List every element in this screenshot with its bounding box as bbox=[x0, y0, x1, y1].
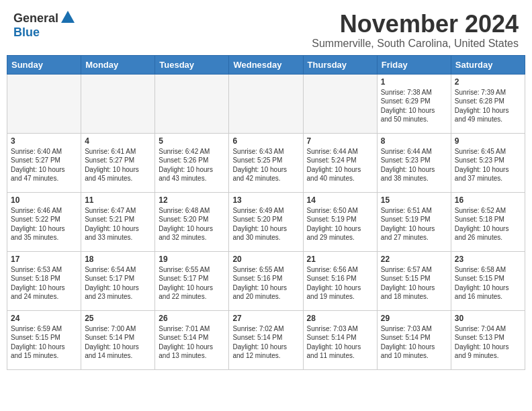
day-number: 23 bbox=[455, 255, 521, 264]
calendar-cell: 26Sunrise: 7:01 AM Sunset: 5:14 PM Dayli… bbox=[155, 310, 229, 369]
day-number: 28 bbox=[307, 314, 373, 323]
day-number: 16 bbox=[455, 195, 521, 205]
day-number: 11 bbox=[85, 195, 151, 205]
calendar-week-row: 1Sunrise: 7:38 AM Sunset: 6:29 PM Daylig… bbox=[7, 74, 525, 133]
calendar-cell: 25Sunrise: 7:00 AM Sunset: 5:14 PM Dayli… bbox=[81, 310, 155, 369]
day-number: 14 bbox=[307, 195, 373, 205]
day-number: 10 bbox=[11, 195, 77, 205]
day-info: Sunrise: 6:50 AM Sunset: 5:19 PM Dayligh… bbox=[307, 206, 373, 242]
day-number: 25 bbox=[85, 314, 151, 323]
day-info: Sunrise: 6:43 AM Sunset: 5:25 PM Dayligh… bbox=[232, 147, 299, 183]
calendar-cell: 6Sunrise: 6:43 AM Sunset: 5:25 PM Daylig… bbox=[229, 133, 303, 192]
calendar-cell: 8Sunrise: 6:44 AM Sunset: 5:23 PM Daylig… bbox=[377, 133, 451, 192]
day-number: 8 bbox=[381, 136, 447, 146]
day-info: Sunrise: 6:59 AM Sunset: 5:15 PM Dayligh… bbox=[11, 324, 77, 361]
calendar-cell: 4Sunrise: 6:41 AM Sunset: 5:27 PM Daylig… bbox=[81, 133, 155, 192]
calendar-cell: 20Sunrise: 6:55 AM Sunset: 5:16 PM Dayli… bbox=[229, 251, 303, 310]
calendar-cell: 28Sunrise: 7:03 AM Sunset: 5:14 PM Dayli… bbox=[303, 310, 377, 369]
calendar-cell bbox=[229, 74, 303, 133]
day-info: Sunrise: 6:54 AM Sunset: 5:17 PM Dayligh… bbox=[85, 265, 151, 302]
day-info: Sunrise: 6:40 AM Sunset: 5:27 PM Dayligh… bbox=[11, 147, 77, 183]
day-info: Sunrise: 6:53 AM Sunset: 5:18 PM Dayligh… bbox=[11, 265, 77, 302]
logo-blue-text: Blue bbox=[13, 26, 40, 40]
day-info: Sunrise: 6:55 AM Sunset: 5:17 PM Dayligh… bbox=[159, 265, 225, 302]
calendar-table: SundayMondayTuesdayWednesdayThursdayFrid… bbox=[7, 55, 525, 370]
day-number: 12 bbox=[159, 195, 225, 205]
day-header-wednesday: Wednesday bbox=[229, 55, 303, 74]
day-number: 2 bbox=[455, 77, 521, 87]
day-info: Sunrise: 7:38 AM Sunset: 6:29 PM Dayligh… bbox=[381, 88, 447, 124]
day-number: 1 bbox=[381, 77, 447, 87]
day-info: Sunrise: 6:57 AM Sunset: 5:15 PM Dayligh… bbox=[381, 265, 447, 302]
day-info: Sunrise: 6:51 AM Sunset: 5:19 PM Dayligh… bbox=[381, 206, 447, 242]
day-info: Sunrise: 6:56 AM Sunset: 5:16 PM Dayligh… bbox=[307, 265, 373, 302]
title-block: November 2024 Summerville, South Carolin… bbox=[312, 11, 519, 50]
day-header-thursday: Thursday bbox=[303, 55, 377, 74]
day-number: 29 bbox=[381, 314, 447, 323]
day-header-saturday: Saturday bbox=[451, 55, 525, 74]
day-number: 20 bbox=[232, 255, 299, 264]
day-number: 24 bbox=[11, 314, 77, 323]
calendar-cell: 21Sunrise: 6:56 AM Sunset: 5:16 PM Dayli… bbox=[303, 251, 377, 310]
calendar-cell: 3Sunrise: 6:40 AM Sunset: 5:27 PM Daylig… bbox=[7, 133, 81, 192]
day-number: 30 bbox=[455, 314, 521, 323]
calendar-week-row: 24Sunrise: 6:59 AM Sunset: 5:15 PM Dayli… bbox=[7, 310, 525, 369]
day-number: 27 bbox=[232, 314, 299, 323]
calendar-cell: 9Sunrise: 6:45 AM Sunset: 5:23 PM Daylig… bbox=[451, 133, 525, 192]
calendar-cell: 11Sunrise: 6:47 AM Sunset: 5:21 PM Dayli… bbox=[81, 192, 155, 251]
day-info: Sunrise: 7:02 AM Sunset: 5:14 PM Dayligh… bbox=[232, 324, 299, 361]
day-number: 19 bbox=[159, 255, 225, 264]
day-info: Sunrise: 7:03 AM Sunset: 5:14 PM Dayligh… bbox=[381, 324, 447, 361]
logo-icon bbox=[61, 11, 75, 23]
day-info: Sunrise: 6:44 AM Sunset: 5:23 PM Dayligh… bbox=[381, 147, 447, 183]
day-number: 7 bbox=[307, 136, 373, 146]
day-info: Sunrise: 6:48 AM Sunset: 5:20 PM Dayligh… bbox=[159, 206, 225, 242]
day-header-tuesday: Tuesday bbox=[155, 55, 229, 74]
day-number: 13 bbox=[232, 195, 299, 205]
calendar-cell: 16Sunrise: 6:52 AM Sunset: 5:18 PM Dayli… bbox=[451, 192, 525, 251]
day-number: 15 bbox=[381, 195, 447, 205]
day-number: 3 bbox=[11, 136, 77, 146]
day-number: 5 bbox=[159, 136, 225, 146]
location-title: Summerville, South Carolina, United Stat… bbox=[312, 38, 519, 50]
day-info: Sunrise: 7:04 AM Sunset: 5:13 PM Dayligh… bbox=[455, 324, 521, 361]
day-number: 21 bbox=[307, 255, 373, 264]
calendar-cell: 22Sunrise: 6:57 AM Sunset: 5:15 PM Dayli… bbox=[377, 251, 451, 310]
day-number: 17 bbox=[11, 255, 77, 264]
day-info: Sunrise: 6:46 AM Sunset: 5:22 PM Dayligh… bbox=[11, 206, 77, 242]
day-number: 9 bbox=[455, 136, 521, 146]
day-info: Sunrise: 6:47 AM Sunset: 5:21 PM Dayligh… bbox=[85, 206, 151, 242]
calendar-cell: 30Sunrise: 7:04 AM Sunset: 5:13 PM Dayli… bbox=[451, 310, 525, 369]
day-number: 22 bbox=[381, 255, 447, 264]
calendar-cell: 1Sunrise: 7:38 AM Sunset: 6:29 PM Daylig… bbox=[377, 74, 451, 133]
day-info: Sunrise: 6:44 AM Sunset: 5:24 PM Dayligh… bbox=[307, 147, 373, 183]
calendar-cell: 7Sunrise: 6:44 AM Sunset: 5:24 PM Daylig… bbox=[303, 133, 377, 192]
calendar-cell: 2Sunrise: 7:39 AM Sunset: 6:28 PM Daylig… bbox=[451, 74, 525, 133]
month-title: November 2024 bbox=[312, 11, 519, 38]
day-header-friday: Friday bbox=[377, 55, 451, 74]
calendar-cell: 23Sunrise: 6:58 AM Sunset: 5:15 PM Dayli… bbox=[451, 251, 525, 310]
calendar-cell: 5Sunrise: 6:42 AM Sunset: 5:26 PM Daylig… bbox=[155, 133, 229, 192]
calendar-week-row: 3Sunrise: 6:40 AM Sunset: 5:27 PM Daylig… bbox=[7, 133, 525, 192]
calendar-cell: 12Sunrise: 6:48 AM Sunset: 5:20 PM Dayli… bbox=[155, 192, 229, 251]
calendar-cell: 19Sunrise: 6:55 AM Sunset: 5:17 PM Dayli… bbox=[155, 251, 229, 310]
calendar-cell: 13Sunrise: 6:49 AM Sunset: 5:20 PM Dayli… bbox=[229, 192, 303, 251]
day-info: Sunrise: 7:39 AM Sunset: 6:28 PM Dayligh… bbox=[455, 88, 521, 124]
day-number: 18 bbox=[85, 255, 151, 264]
calendar-week-row: 10Sunrise: 6:46 AM Sunset: 5:22 PM Dayli… bbox=[7, 192, 525, 251]
calendar-cell: 18Sunrise: 6:54 AM Sunset: 5:17 PM Dayli… bbox=[81, 251, 155, 310]
calendar-cell: 10Sunrise: 6:46 AM Sunset: 5:22 PM Dayli… bbox=[7, 192, 81, 251]
calendar-header-row: SundayMondayTuesdayWednesdayThursdayFrid… bbox=[7, 55, 525, 74]
calendar-cell bbox=[155, 74, 229, 133]
calendar-cell: 29Sunrise: 7:03 AM Sunset: 5:14 PM Dayli… bbox=[377, 310, 451, 369]
logo-general-text: General bbox=[13, 11, 58, 26]
calendar-cell: 14Sunrise: 6:50 AM Sunset: 5:19 PM Dayli… bbox=[303, 192, 377, 251]
logo: General Blue bbox=[13, 11, 75, 40]
page-header: General Blue November 2024 Summerville, … bbox=[0, 0, 532, 55]
calendar-cell: 15Sunrise: 6:51 AM Sunset: 5:19 PM Dayli… bbox=[377, 192, 451, 251]
day-header-monday: Monday bbox=[81, 55, 155, 74]
calendar-cell: 24Sunrise: 6:59 AM Sunset: 5:15 PM Dayli… bbox=[7, 310, 81, 369]
calendar-cell: 27Sunrise: 7:02 AM Sunset: 5:14 PM Dayli… bbox=[229, 310, 303, 369]
day-info: Sunrise: 7:03 AM Sunset: 5:14 PM Dayligh… bbox=[307, 324, 373, 361]
day-number: 6 bbox=[232, 136, 299, 146]
